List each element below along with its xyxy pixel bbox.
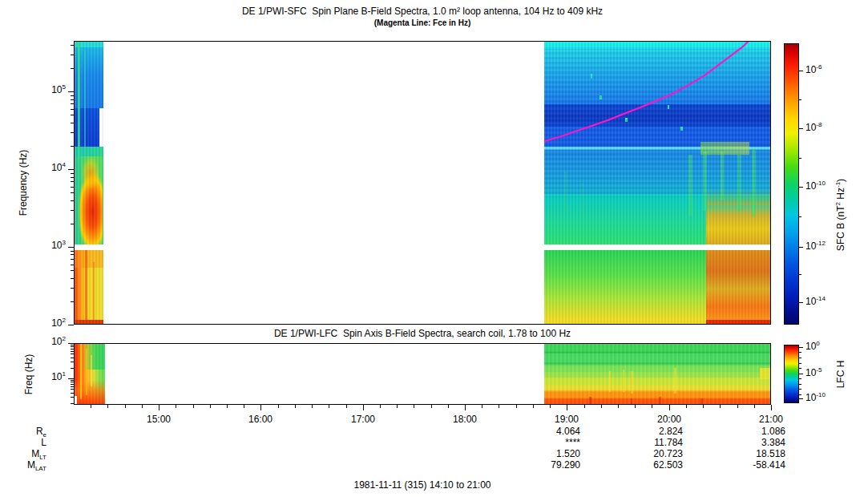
x-minor-tick (550, 405, 551, 408)
ephemeris-value: 62.503 (611, 459, 683, 471)
bottom-y-axis-label: Freq (Hz) (23, 354, 34, 395)
y-minor-tick (71, 351, 74, 352)
y-minor-tick (71, 95, 74, 96)
y-major-tick (68, 343, 74, 344)
lfc-colorbar-tick-label: 10-10 (805, 392, 841, 403)
y-minor-tick (71, 146, 74, 147)
ephemeris-row-label: L (11, 437, 46, 448)
x-minor-tick (431, 405, 432, 408)
sfc-colorbar-minor-tick (799, 99, 801, 100)
sfc-colorbar-major-tick (799, 247, 803, 248)
ephemeris-value: 3.384 (713, 437, 785, 448)
sfc-colorbar-tick-label: 10-10 (805, 180, 841, 192)
sfc-colorbar-major-tick (799, 71, 803, 71)
y-minor-tick (71, 362, 74, 362)
ephemeris-value: 2.824 (611, 426, 683, 437)
x-major-tick (567, 405, 567, 410)
y-minor-tick (71, 301, 74, 302)
lfc-colorbar-minor-tick (799, 378, 801, 379)
x-minor-tick (448, 405, 449, 408)
x-minor-tick (380, 405, 381, 408)
x-minor-tick (107, 405, 108, 408)
y-minor-tick (71, 354, 74, 354)
lfc-colorbar-minor-tick (799, 394, 801, 395)
lfc-colorbar-tick-label: 10-5 (805, 367, 841, 378)
lfc-colorbar-tick-label: 100 (805, 341, 841, 352)
lfc-spectrogram-panel (74, 343, 771, 405)
lfc-colorbar-major-tick (799, 347, 803, 348)
ephemeris-value: 18.518 (713, 448, 785, 459)
x-minor-tick (737, 405, 738, 408)
x-minor-tick (601, 405, 602, 408)
y-minor-tick (71, 99, 74, 100)
lfc-spectrogram-data (75, 344, 770, 404)
x-minor-tick (176, 405, 176, 408)
fce-line (544, 42, 748, 141)
x-minor-tick (295, 405, 296, 408)
x-tick-label: 16:00 (243, 414, 278, 425)
y-minor-tick (71, 173, 74, 174)
x-major-tick (771, 405, 772, 410)
y-minor-tick (71, 368, 74, 369)
y-minor-tick (71, 68, 74, 69)
y-minor-tick (71, 115, 74, 115)
x-minor-tick (91, 405, 91, 408)
y-minor-tick (71, 123, 74, 123)
x-minor-tick (278, 405, 279, 408)
lfc-panel-title: DE 1/PWI-LFC Spin Axis B-Field Spectra, … (74, 328, 771, 339)
lfc-colorbar-minor-tick (799, 368, 801, 369)
y-minor-tick (71, 380, 74, 381)
y-major-tick (68, 325, 74, 325)
ephemeris-value: 20.723 (611, 448, 683, 459)
ephemeris-value: 1.086 (713, 426, 785, 437)
x-minor-tick (193, 405, 194, 408)
x-major-tick (363, 405, 364, 410)
x-minor-tick (618, 405, 619, 408)
spectral-region (544, 344, 770, 404)
x-minor-tick (244, 405, 244, 408)
y-minor-tick (71, 389, 74, 390)
x-tick-label: 20:00 (652, 414, 687, 425)
x-major-tick (260, 405, 261, 410)
x-minor-tick (499, 405, 499, 408)
x-tick-label: 15:00 (141, 414, 176, 425)
y-minor-tick (71, 270, 74, 271)
sfc-colorbar-minor-tick (799, 216, 801, 217)
y-minor-tick (71, 259, 74, 260)
lfc-colorbar-major-tick (799, 398, 803, 399)
lfc-colorbar-minor-tick (799, 352, 801, 353)
x-major-tick (159, 405, 159, 410)
y-tick-label: 105 (35, 85, 66, 95)
y-tick-label: 102 (35, 318, 66, 329)
ephemeris-value: **** (508, 437, 580, 448)
top-y-axis-label: Frequency (Hz) (18, 150, 29, 216)
y-minor-tick (71, 358, 74, 358)
x-tick-label: 17:00 (345, 414, 381, 425)
y-minor-tick (71, 132, 74, 133)
x-minor-tick (414, 405, 414, 408)
x-minor-tick (125, 405, 126, 408)
x-minor-tick (516, 405, 517, 408)
x-minor-tick (652, 405, 652, 408)
x-minor-tick (754, 405, 755, 408)
y-tick-label: 101 (35, 372, 66, 382)
y-minor-tick (71, 346, 74, 347)
y-minor-tick (71, 192, 74, 193)
y-tick-label: 103 (35, 240, 66, 251)
y-minor-tick (71, 254, 74, 255)
y-minor-tick (71, 177, 74, 178)
y-minor-tick (71, 109, 74, 110)
ephemeris-value: 79.290 (508, 459, 580, 471)
page-title: DE 1/PWI-SFC Spin Plane B-Field Spectra,… (74, 6, 771, 17)
y-minor-tick (71, 278, 74, 279)
y-minor-tick (71, 384, 74, 385)
ephemeris-row-label: Re (11, 426, 46, 437)
x-minor-tick (397, 405, 398, 408)
sfc-colorbar-minor-tick (799, 158, 801, 159)
y-minor-tick (71, 55, 74, 55)
x-minor-tick (533, 405, 534, 408)
x-minor-tick (482, 405, 482, 408)
spectral-region (75, 344, 105, 404)
sfc-colorbar-major-tick (799, 128, 803, 129)
y-minor-tick (71, 187, 74, 188)
